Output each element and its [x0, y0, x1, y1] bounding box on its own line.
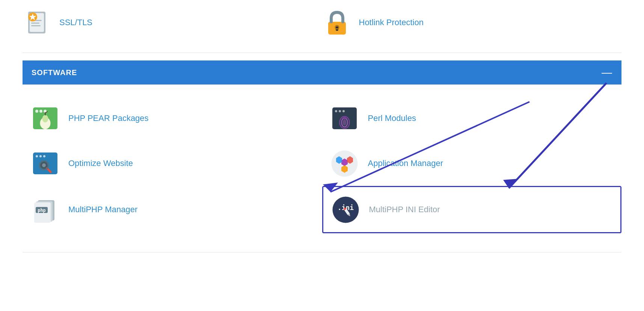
multiphp-manager-icon: php: [30, 195, 60, 225]
application-manager-item[interactable]: Application Manager: [322, 141, 622, 186]
software-section-header: SOFTWARE —: [23, 60, 621, 85]
perl-modules-label: Perl Modules: [368, 113, 416, 123]
perl-modules-item[interactable]: Perl Modules: [322, 96, 622, 141]
svg-point-22: [335, 110, 337, 112]
optimize-website-item[interactable]: Optimize Website: [23, 141, 322, 186]
svg-point-24: [342, 110, 345, 112]
ssl-tls-item[interactable]: SSL/TLS: [23, 8, 322, 38]
php-pear-packages-label: PHP PEAR Packages: [68, 113, 149, 123]
php-pear-packages-item[interactable]: PHP PEAR Packages: [23, 96, 322, 141]
svg-point-14: [35, 110, 38, 113]
svg-point-31: [39, 155, 42, 157]
software-grid: PHP PEAR Packages: [23, 85, 621, 245]
svg-point-23: [339, 110, 341, 112]
optimize-website-icon: [30, 148, 60, 178]
multiphp-manager-label: MultiPHP Manager: [68, 205, 137, 214]
svg-rect-4: [31, 25, 41, 26]
multiphp-ini-editor-item[interactable]: .ini MultiPHP INI Editor: [322, 186, 622, 233]
multiphp-manager-item[interactable]: php MultiPHP Manager: [23, 186, 322, 233]
php-pear-packages-icon: [30, 103, 60, 133]
multiphp-ini-editor-label: MultiPHP INI Editor: [369, 205, 440, 214]
svg-point-34: [42, 163, 46, 167]
section-divider-bottom: [23, 252, 621, 252]
application-manager-icon: [330, 148, 360, 178]
software-section-collapse[interactable]: —: [602, 67, 612, 78]
software-section-title: SOFTWARE: [32, 68, 77, 77]
software-section: SOFTWARE —: [23, 60, 621, 245]
section-divider-top: [23, 53, 621, 53]
ssl-tls-label[interactable]: SSL/TLS: [59, 18, 92, 27]
svg-point-18: [42, 115, 48, 122]
hotlink-protection-label[interactable]: Hotlink Protection: [359, 18, 424, 27]
multiphp-ini-editor-icon: .ini: [331, 195, 361, 225]
hotlink-protection-item[interactable]: Hotlink Protection: [322, 8, 622, 38]
svg-point-27: [343, 119, 347, 125]
svg-point-15: [39, 110, 42, 113]
perl-modules-icon: [330, 103, 360, 133]
svg-rect-3: [31, 23, 39, 24]
application-manager-label: Application Manager: [368, 159, 443, 168]
optimize-website-label: Optimize Website: [68, 159, 133, 168]
svg-text:php: php: [38, 208, 46, 213]
svg-point-28: [343, 116, 346, 120]
ssl-tls-icon: [23, 8, 53, 38]
svg-point-32: [43, 155, 45, 157]
hotlink-protection-icon: [322, 8, 352, 38]
svg-point-30: [36, 155, 38, 157]
